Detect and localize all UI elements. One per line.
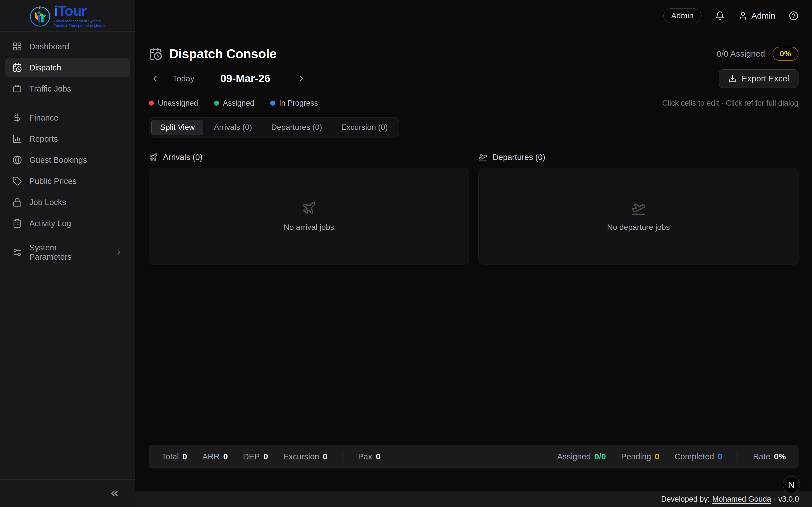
brand-name-i: i: [54, 3, 57, 19]
main-area: Admin Admin Dispatch Console 0/0 Assigne…: [135, 0, 812, 507]
page-title: Dispatch Console: [169, 46, 276, 61]
chevron-right-icon: [115, 248, 123, 256]
bar-chart-icon: [12, 134, 22, 144]
stat-assigned[interactable]: Assigned0/0: [557, 452, 606, 461]
assigned-dot-icon: [214, 101, 219, 106]
brand-name-rest: Tour: [57, 3, 86, 19]
sidebar-divider: [7, 103, 128, 103]
legend-item-unassigned: Unassigned: [149, 99, 198, 108]
plane-icon: [149, 153, 158, 162]
nextjs-dev-indicator-button[interactable]: N: [783, 476, 800, 494]
chevrons-left-icon: [109, 488, 120, 499]
topbar: Admin Admin: [135, 0, 812, 32]
arrivals-empty-state: No arrival jobs: [149, 168, 469, 265]
user-name: Admin: [751, 11, 775, 20]
stat-excursion[interactable]: Excursion0: [283, 452, 327, 461]
brand-tagline-1: Travel Management System: [54, 19, 107, 23]
stat-completed[interactable]: Completed0: [674, 452, 722, 461]
lock-icon: [12, 198, 22, 207]
in-progress-dot-icon: [270, 101, 275, 106]
plane-icon: [302, 201, 316, 216]
export-excel-button[interactable]: Export Excel: [719, 69, 799, 88]
footer: Developed by: Mohamed Gouda · v3.0.0: [135, 491, 812, 507]
collapse-sidebar-button[interactable]: [108, 487, 121, 500]
arrivals-panel-title: Arrivals (0): [163, 153, 202, 162]
sidebar-footer: [0, 480, 135, 507]
sidebar-item-guest-bookings[interactable]: Guest Bookings: [5, 150, 130, 170]
plane-takeoff-icon: [631, 201, 646, 216]
tag-icon: [12, 176, 22, 186]
app-root: iTour Travel Management System Traffic &…: [0, 0, 812, 507]
brand-logo-icon: [29, 5, 51, 27]
sidebar-item-finance[interactable]: Finance: [5, 108, 130, 128]
tab-arrivals[interactable]: Arrivals (0): [205, 120, 260, 135]
role-badge[interactable]: Admin: [663, 8, 702, 23]
sidebar-nav: Dashboard Dispatch Traffic Jobs Finance …: [0, 32, 135, 480]
sidebar: iTour Travel Management System Traffic &…: [0, 0, 135, 507]
date-navigation: Today 09-Mar-26: [149, 72, 308, 85]
stat-rate[interactable]: Rate0%: [753, 452, 786, 461]
next-day-button[interactable]: [295, 72, 308, 85]
brand-tagline-2: Traffic & Transportation Module: [54, 24, 107, 27]
today-button[interactable]: Today: [172, 74, 194, 83]
brand-text: iTour Travel Management System Traffic &…: [54, 4, 107, 27]
plane-takeoff-icon: [478, 153, 488, 162]
sidebar-item-label: Reports: [29, 134, 58, 144]
unassigned-dot-icon: [149, 101, 154, 106]
stats-bar: Total0 ARR0 DEP0 Excursion0 Pax0 Assigne…: [149, 445, 799, 468]
sidebar-item-label: Dispatch: [29, 63, 61, 72]
sidebar-item-label: Job Locks: [29, 198, 66, 207]
stat-total[interactable]: Total0: [161, 452, 187, 461]
sliders-icon: [12, 247, 22, 257]
departures-empty-state: No departure jobs: [478, 168, 799, 265]
sidebar-item-label: Dashboard: [29, 42, 69, 51]
sidebar-item-label: System Parameters: [29, 243, 100, 262]
assignment-rate-badge: 0%: [772, 47, 799, 61]
sidebar-divider: [7, 238, 128, 238]
tab-departures[interactable]: Departures (0): [262, 120, 331, 135]
legend-item-assigned: Assigned: [214, 99, 254, 108]
notifications-bell-button[interactable]: [715, 11, 725, 20]
departures-panel: Departures (0) No departure jobs: [478, 152, 799, 265]
stat-arr[interactable]: ARR0: [202, 452, 227, 461]
sidebar-item-label: Traffic Jobs: [29, 84, 71, 94]
dashboard-icon: [12, 42, 22, 51]
sidebar-item-traffic-jobs[interactable]: Traffic Jobs: [5, 79, 130, 99]
help-button[interactable]: [789, 11, 799, 20]
departures-panel-title: Departures (0): [493, 153, 545, 162]
calendar-clock-icon: [149, 47, 162, 61]
sidebar-item-system-parameters[interactable]: System Parameters: [5, 242, 130, 262]
stat-pax[interactable]: Pax0: [358, 452, 380, 461]
user-icon: [738, 11, 748, 20]
departures-empty-text: No departure jobs: [607, 223, 670, 232]
sidebar-item-reports[interactable]: Reports: [5, 129, 130, 149]
calendar-clock-icon: [12, 63, 22, 72]
tab-split-view[interactable]: Split View: [151, 120, 203, 135]
arrivals-empty-text: No arrival jobs: [284, 223, 334, 232]
version-text: · v3.0.0: [774, 495, 799, 504]
sidebar-item-dispatch[interactable]: Dispatch: [5, 58, 130, 77]
briefcase-icon: [12, 84, 22, 94]
stats-divider: [738, 451, 738, 462]
previous-day-button[interactable]: [149, 72, 161, 85]
legend-item-in-progress: In Progress: [270, 99, 318, 108]
developer-link[interactable]: Mohamed Gouda: [712, 495, 771, 504]
stat-pending[interactable]: Pending0: [621, 452, 659, 461]
sidebar-item-dashboard[interactable]: Dashboard: [5, 37, 130, 56]
sidebar-item-public-prices[interactable]: Public Prices: [5, 171, 130, 191]
arrivals-panel: Arrivals (0) No arrival jobs: [149, 152, 469, 265]
current-date: 09-Mar-26: [220, 73, 270, 85]
sidebar-item-label: Activity Log: [29, 219, 71, 228]
export-excel-label: Export Excel: [742, 74, 789, 83]
stat-dep[interactable]: DEP0: [243, 452, 268, 461]
sidebar-item-label: Guest Bookings: [29, 156, 87, 165]
clipboard-icon: [12, 219, 22, 228]
sidebar-item-activity-log[interactable]: Activity Log: [5, 214, 130, 233]
view-tabs: Split View Arrivals (0) Departures (0) E…: [149, 117, 399, 137]
developed-by-text: Developed by:: [661, 495, 710, 504]
chevron-right-icon: [297, 74, 306, 83]
sidebar-item-job-locks[interactable]: Job Locks: [5, 192, 130, 212]
tab-excursion[interactable]: Excursion (0): [333, 120, 396, 135]
sidebar-logo[interactable]: iTour Travel Management System Traffic &…: [0, 0, 135, 32]
user-menu-button[interactable]: Admin: [738, 11, 775, 20]
